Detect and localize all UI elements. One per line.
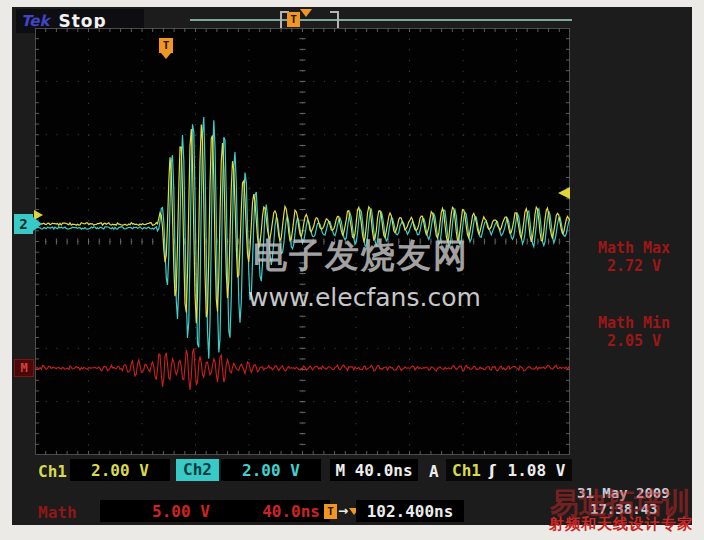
math-max-label: Math Max: [578, 239, 690, 257]
math-max-value: 2.72 V: [578, 257, 690, 275]
delay-trigger-icon: T: [324, 504, 337, 519]
delay-arrow-icon: →: [338, 504, 348, 518]
time-readout: 17:38:43: [590, 501, 657, 517]
oscilloscope-screen: Tek Stop T T 2 M Math Max 2.72 V Math Mi…: [12, 7, 692, 525]
math-min-value: 2.05 V: [578, 332, 690, 350]
ch2-label: Ch2: [176, 459, 219, 481]
ch1-scale: 2.00 V: [70, 459, 170, 481]
trigger-source: Ch1: [452, 461, 481, 480]
math-timebase: 40.0ns: [262, 502, 320, 521]
trigger-level-arrow-icon: [558, 187, 570, 199]
trigger-position-flag-icon: T: [159, 38, 173, 53]
delay-indicator: T →: [324, 501, 359, 521]
ch2-scale: 2.00 V: [221, 459, 321, 481]
ch1-waveform: [35, 125, 570, 324]
record-view-line: [190, 19, 572, 21]
math-scale-box: 5.00 V 40.0ns: [100, 500, 330, 522]
record-view-trigger-icon: T: [287, 12, 300, 27]
date-readout: 31 May 2009: [577, 485, 670, 501]
trigger-slope-icon: ʃ: [489, 461, 496, 480]
timebase-readout: M 40.0ns: [330, 459, 418, 481]
waveform-display: [35, 28, 570, 455]
ch1-label: Ch1: [38, 462, 67, 481]
graticule: [35, 28, 570, 455]
math-scale: 5.00 V: [152, 502, 210, 521]
ch2-waveform: [35, 117, 570, 359]
math-reference-marker: M: [14, 359, 34, 377]
ch2-reference-marker: 2: [14, 214, 33, 234]
screenshot-root: Tek Stop T T 2 M Math Max 2.72 V Math Mi…: [0, 0, 704, 540]
trigger-level: 1.08 V: [508, 461, 566, 480]
math-min-label: Math Min: [578, 314, 690, 332]
trigger-mode: A: [429, 462, 439, 481]
record-view-position-arrow-icon: [300, 9, 312, 17]
delay-readout: 102.400ns: [356, 500, 464, 522]
trigger-readout: Ch1 ʃ 1.08 V: [446, 459, 572, 481]
math-label: Math: [38, 503, 77, 522]
